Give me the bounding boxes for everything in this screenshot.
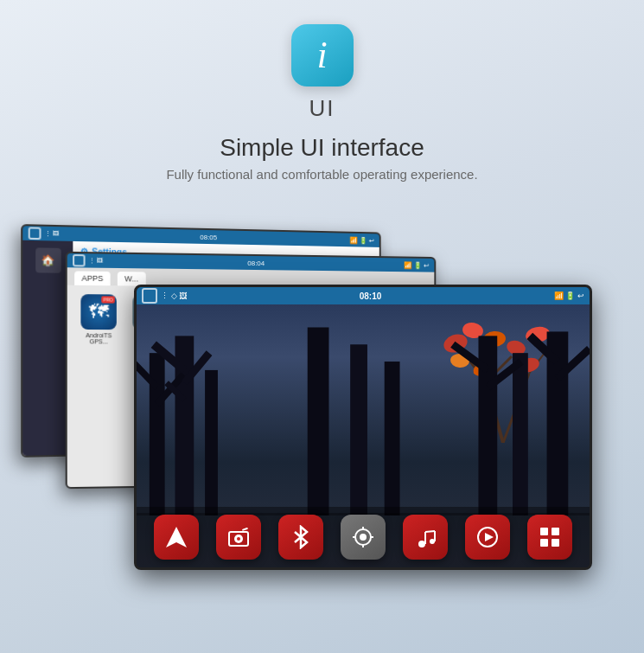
header-section: i UI Simple UI interface Fully functiona… (0, 0, 644, 202)
svg-rect-51 (552, 528, 559, 535)
svg-rect-24 (385, 362, 400, 515)
tagline-subtitle: Fully functional and comfortable operati… (166, 167, 477, 182)
gps-icon: 🗺 PRO (80, 294, 116, 330)
svg-point-38 (360, 534, 367, 541)
screen1-time: 08:05 (200, 233, 217, 240)
bottom-dock (137, 507, 590, 567)
sidebar-home: 🏠 (35, 247, 61, 272)
svg-rect-53 (552, 539, 559, 547)
dock-radio[interactable] (216, 515, 261, 560)
tagline-title: Simple UI interface (220, 134, 424, 162)
ui-label: UI (309, 95, 335, 122)
svg-rect-36 (242, 528, 248, 531)
app-gps: 🗺 PRO AndroiTS GPS... (76, 294, 121, 344)
nature-background (137, 304, 590, 567)
svg-line-47 (425, 531, 435, 532)
svg-point-43 (418, 541, 425, 547)
svg-rect-52 (540, 539, 548, 547)
svg-rect-22 (308, 327, 329, 515)
svg-rect-23 (350, 344, 367, 515)
screens-container: ⋮ 🖼 08:05 📶 🔋 ↩ 🏠 ⚙ Settings Loca... (0, 202, 644, 583)
app-icon-letter: i (316, 36, 327, 74)
dock-apps-grid[interactable] (527, 515, 572, 560)
dock-music[interactable] (403, 515, 448, 560)
dock-video[interactable] (465, 515, 510, 560)
tab-apps[interactable]: APPS (74, 271, 111, 285)
home-btn (29, 227, 41, 240)
dock-settings[interactable] (341, 515, 386, 560)
home-btn3 (142, 288, 157, 304)
svg-point-35 (237, 537, 240, 541)
screen-3-main: ⋮ ◇ 🖼 08:10 📶 🔋 ↩ (134, 285, 592, 570)
svg-marker-32 (166, 527, 187, 547)
main-screen-background (137, 304, 590, 567)
svg-rect-16 (205, 370, 218, 515)
screen2-time: 08:04 (247, 259, 265, 266)
svg-rect-50 (540, 528, 548, 535)
dock-navigation[interactable] (154, 515, 199, 560)
svg-marker-49 (485, 533, 494, 541)
screen3-statusbar: ⋮ ◇ 🖼 08:10 📶 🔋 ↩ (137, 287, 590, 304)
dock-bluetooth[interactable] (278, 515, 323, 560)
home-btn2 (73, 254, 86, 267)
app-icon: i (291, 24, 354, 86)
screen3-time: 08:10 (360, 291, 382, 301)
svg-rect-26 (513, 353, 528, 515)
